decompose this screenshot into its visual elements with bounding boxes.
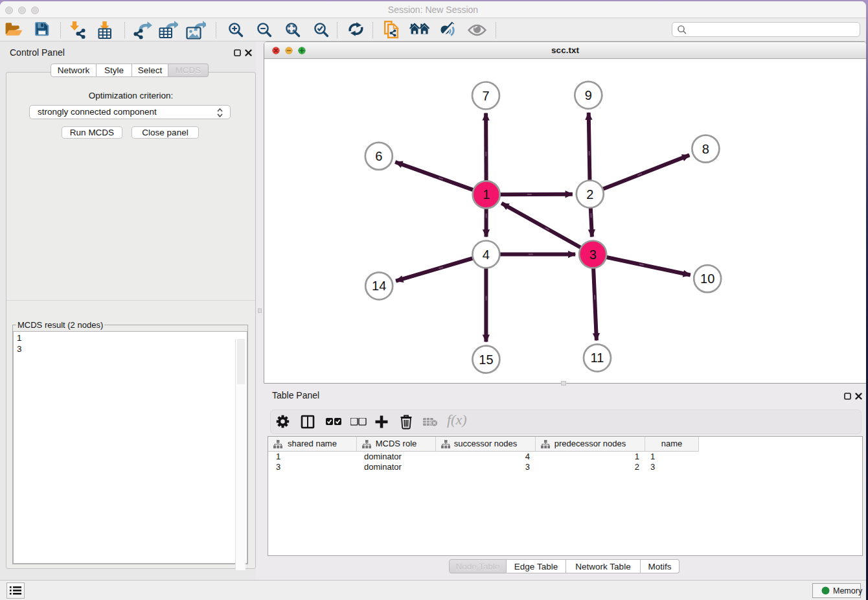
svg-text:1: 1 xyxy=(483,187,490,202)
svg-text:14: 14 xyxy=(372,279,386,293)
svg-text:3: 3 xyxy=(589,248,597,262)
svg-text:7: 7 xyxy=(482,89,489,103)
svg-text:9: 9 xyxy=(585,88,592,102)
svg-text:6: 6 xyxy=(375,149,382,163)
svg-text:15: 15 xyxy=(479,352,493,367)
svg-text:10: 10 xyxy=(700,271,714,286)
svg-text:8: 8 xyxy=(702,142,709,156)
svg-text:2: 2 xyxy=(586,187,593,202)
svg-text:4: 4 xyxy=(483,248,490,262)
svg-text:11: 11 xyxy=(591,351,604,365)
